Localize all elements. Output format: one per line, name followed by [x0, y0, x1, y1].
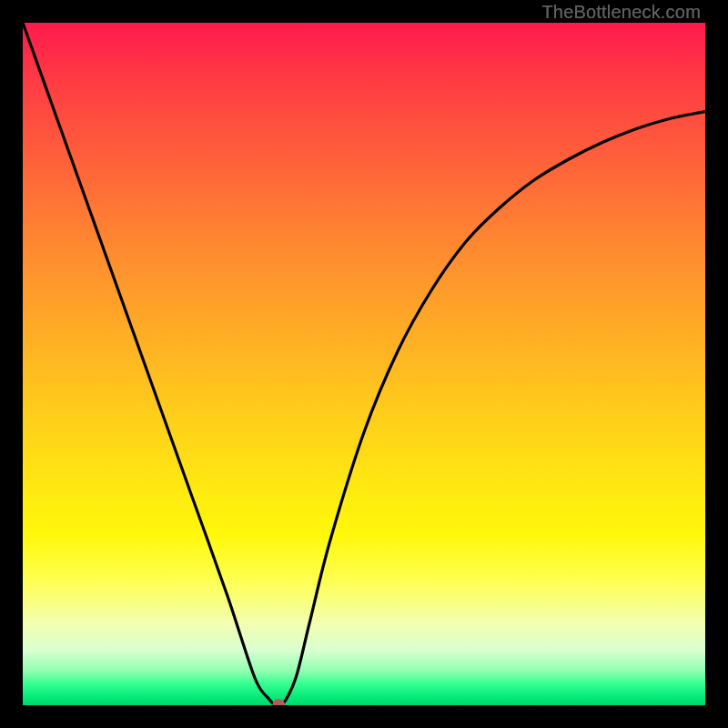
watermark-text-overlay: TheBottleneck.com	[541, 2, 701, 23]
border-right	[705, 0, 728, 728]
chart-svg	[23, 23, 705, 705]
border-left	[0, 0, 23, 728]
bottleneck-curve	[23, 23, 705, 705]
optimal-point-marker	[272, 699, 285, 705]
border-bottom	[0, 705, 728, 728]
